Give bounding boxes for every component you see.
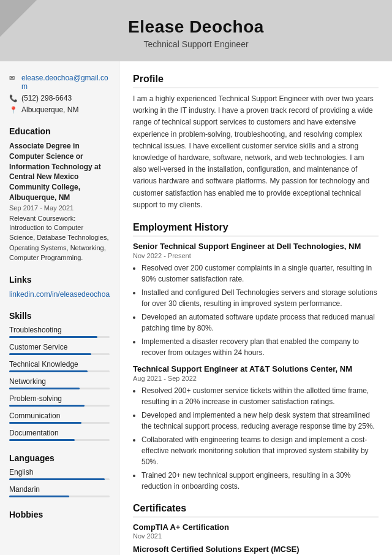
cert-entry: CompTIA A+ Certification Nov 2021 <box>133 522 379 540</box>
sidebar: ✉ elease.deochoa@gmail.com 📞 (512) 298-6… <box>0 61 119 555</box>
cert-name: CompTIA A+ Certification <box>133 522 379 532</box>
hobbies-section: Hobbies <box>9 510 110 519</box>
coursework-label: Relevant Coursework: <box>9 215 75 222</box>
education-section: Education Associate Degree in Computer S… <box>9 126 110 262</box>
cert-entry: Microsoft Certified Solutions Expert (MC… <box>133 545 379 555</box>
certs-list: CompTIA A+ Certification Nov 2021 Micros… <box>133 522 379 555</box>
profile-section: Profile I am a highly experienced Techni… <box>133 74 379 211</box>
skill-bar-fill <box>9 336 97 338</box>
lang-bar-bg <box>9 496 110 497</box>
employment-title: Employment History <box>133 222 379 237</box>
languages-list: English Mandarin <box>9 468 110 497</box>
skill-label: Documentation <box>9 429 110 437</box>
jobs-list: Senior Technical Support Engineer at Del… <box>133 242 379 492</box>
education-title: Education <box>9 126 110 136</box>
job-title: Senior Technical Support Engineer at Del… <box>133 242 379 251</box>
job-bullet: Implemented a disaster recovery plan tha… <box>141 336 379 358</box>
candidate-name: Elease Deochoa <box>12 17 380 37</box>
edu-date: Sep 2017 - May 2021 <box>9 204 110 212</box>
lang-bar-fill <box>9 478 105 480</box>
job-date: Nov 2022 - Present <box>133 252 379 259</box>
skill-label: Technical Knowledge <box>9 360 110 369</box>
skill-item: Problem-solving <box>9 394 110 407</box>
job-bullets-list: Resolved 200+ customer service tickets w… <box>133 385 379 492</box>
job-entry: Senior Technical Support Engineer at Del… <box>133 242 379 358</box>
languages-section: Languages English Mandarin <box>9 453 110 497</box>
job-bullet: Collaborated with engineering teams to d… <box>141 434 379 467</box>
skill-label: Communication <box>9 411 110 420</box>
phone-text: (512) 298-6643 <box>21 94 72 102</box>
email-icon: ✉ <box>9 74 18 82</box>
skills-title: Skills <box>9 311 110 321</box>
skills-list: Troubleshooting Customer Service Technic… <box>9 326 110 441</box>
job-bullet: Trained 20+ new technical support engine… <box>141 470 379 492</box>
cert-name: Microsoft Certified Solutions Expert (MC… <box>133 545 379 554</box>
skill-label: Problem-solving <box>9 394 110 403</box>
job-bullet: Developed and implemented a new help des… <box>141 410 379 432</box>
job-bullet: Resolved 200+ customer service tickets w… <box>141 385 379 407</box>
job-bullet: Installed and configured Dell Technologi… <box>141 287 379 309</box>
skill-bar-fill <box>9 422 81 424</box>
coursework-text: Introduction to Computer Science, Databa… <box>9 224 108 261</box>
job-entry: Technical Support Engineer at AT&T Solut… <box>133 364 379 492</box>
skill-bar-bg <box>9 405 110 407</box>
certificates-title: Certificates <box>133 503 379 518</box>
skill-item: Technical Knowledge <box>9 360 110 372</box>
main-layout: ✉ elease.deochoa@gmail.com 📞 (512) 298-6… <box>0 61 392 555</box>
skill-bar-fill <box>9 388 80 389</box>
lang-bar-fill <box>9 496 69 497</box>
lang-bar-bg <box>9 478 110 480</box>
employment-section: Employment History Senior Technical Supp… <box>133 222 379 492</box>
job-bullets-list: Resolved over 200 customer complaints in… <box>133 262 379 358</box>
edu-degree: Associate Degree in Computer Science or … <box>9 141 110 203</box>
location-icon: 📍 <box>9 106 18 114</box>
location-text: Albuquerque, NM <box>21 105 78 114</box>
job-title: Technical Support Engineer at AT&T Solut… <box>133 364 379 373</box>
phone-icon: 📞 <box>9 94 18 102</box>
lang-label: English <box>9 468 110 477</box>
email-link[interactable]: elease.deochoa@gmail.com <box>21 74 110 91</box>
language-item: English <box>9 468 110 480</box>
job-bullet: Developed an automated software update p… <box>141 312 379 334</box>
job-date: Aug 2021 - Sep 2022 <box>133 375 379 382</box>
resume-header: Elease Deochoa Technical Support Enginee… <box>0 0 392 61</box>
links-title: Links <box>9 275 110 285</box>
skill-bar-fill <box>9 405 85 407</box>
skill-bar-bg <box>9 353 110 355</box>
certificates-section: Certificates CompTIA A+ Certification No… <box>133 503 379 555</box>
skill-item: Networking <box>9 377 110 389</box>
language-item: Mandarin <box>9 485 110 497</box>
skills-section: Skills Troubleshooting Customer Service … <box>9 311 110 441</box>
links-section: Links linkedin.com/in/eleasedeochoa <box>9 275 110 299</box>
skill-item: Documentation <box>9 429 110 441</box>
skill-bar-bg <box>9 370 110 372</box>
linkedin-link[interactable]: linkedin.com/in/eleasedeochoa <box>9 290 110 299</box>
skill-label: Customer Service <box>9 343 110 351</box>
profile-text: I am a highly experienced Technical Supp… <box>133 93 379 211</box>
skill-label: Troubleshooting <box>9 326 110 334</box>
skill-bar-bg <box>9 422 110 424</box>
skill-bar-fill <box>9 370 88 372</box>
cert-date: Nov 2021 <box>133 532 379 540</box>
skill-label: Networking <box>9 377 110 386</box>
skill-bar-bg <box>9 388 110 389</box>
languages-title: Languages <box>9 453 110 463</box>
candidate-title: Technical Support Engineer <box>12 39 380 49</box>
skill-bar-bg <box>9 336 110 338</box>
phone-item: 📞 (512) 298-6643 <box>9 94 110 102</box>
email-item: ✉ elease.deochoa@gmail.com <box>9 74 110 91</box>
skill-item: Troubleshooting <box>9 326 110 338</box>
location-item: 📍 Albuquerque, NM <box>9 105 110 114</box>
main-content: Profile I am a highly experienced Techni… <box>119 61 392 555</box>
skill-bar-fill <box>9 353 91 355</box>
profile-title: Profile <box>133 74 379 88</box>
skill-item: Communication <box>9 411 110 424</box>
contact-section: ✉ elease.deochoa@gmail.com 📞 (512) 298-6… <box>9 74 110 114</box>
job-bullet: Resolved over 200 customer complaints in… <box>141 262 379 285</box>
lang-label: Mandarin <box>9 485 110 494</box>
skill-bar-fill <box>9 439 75 441</box>
skill-bar-bg <box>9 439 110 441</box>
hobbies-title: Hobbies <box>9 510 110 519</box>
skill-item: Customer Service <box>9 343 110 355</box>
